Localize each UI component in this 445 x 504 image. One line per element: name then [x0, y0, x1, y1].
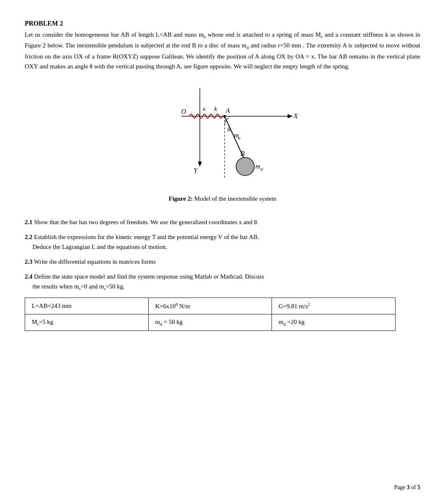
table-cell-md1: md = 50 kg: [148, 314, 272, 331]
problem-text: Let us consider the homogeneous bar AB o…: [25, 30, 420, 72]
table-row-1: L=AB=243 mm K=6x106 N/m G=9.81 m/s2: [25, 298, 396, 314]
q-text-2-4: Define the state space model and find th…: [25, 273, 264, 290]
data-table: L=AB=243 mm K=6x106 N/m G=9.81 m/s2 Ms=5…: [25, 298, 396, 331]
page: PROBLEM 2 Let us consider the homogeneou…: [0, 0, 445, 504]
diagram-svg: Y X O x k A: [136, 84, 309, 191]
questions-section: 2.1 Show that the bar has two degrees of…: [25, 217, 420, 293]
svg-text:O: O: [181, 108, 186, 115]
svg-text:B: B: [241, 150, 245, 157]
table-cell-md2: md =20 kg: [272, 314, 396, 331]
svg-text:d: d: [260, 166, 263, 171]
question-2-2: 2.2 Establish the expressions for the ki…: [25, 232, 420, 252]
figure-caption-text: Model of the inextensible system: [193, 195, 276, 202]
q-num-2-2: 2.2: [25, 234, 33, 240]
svg-marker-1: [198, 162, 202, 166]
q-num-2-4: 2.4: [25, 273, 33, 280]
page-number: 3: [407, 484, 410, 490]
svg-text:A: A: [225, 107, 230, 114]
table-row-2: Ms=5 kg md = 50 kg md =20 kg: [25, 314, 396, 331]
svg-text:x: x: [202, 105, 206, 112]
q-text-2-3: Write the differential equations in matr…: [34, 258, 156, 265]
table-cell-k: K=6x106 N/m: [148, 298, 272, 314]
svg-text:X: X: [293, 113, 298, 120]
svg-text:m: m: [255, 163, 260, 170]
svg-point-16: [236, 157, 254, 176]
page-total: 5: [417, 484, 420, 490]
figure-caption-bold: Figure 2:: [169, 195, 192, 202]
q-num-2-3: 2.3: [25, 258, 33, 265]
page-footer: Page 3 of 5: [394, 484, 420, 491]
question-2-4: 2.4 Define the state space model and fin…: [25, 272, 420, 293]
q-text-2-1: Show that the bar has two degrees of fre…: [34, 219, 259, 225]
problem-title: PROBLEM 2: [25, 20, 420, 27]
figure-diagram: Y X O x k A: [136, 84, 309, 191]
table-cell-g: G=9.81 m/s2: [272, 298, 396, 314]
question-2-3: 2.3 Write the differential equations in …: [25, 257, 420, 267]
question-2-1: 2.1 Show that the bar has two degrees of…: [25, 217, 420, 227]
q-num-2-1: 2.1: [25, 219, 33, 225]
svg-marker-4: [288, 114, 293, 118]
table-cell-ms: Ms=5 kg: [25, 314, 149, 331]
figure-caption: Figure 2: Model of the inextensible syst…: [169, 195, 276, 202]
table-cell-l: L=AB=243 mm: [25, 298, 149, 314]
svg-text:b: b: [238, 136, 241, 141]
figure-container: Y X O x k A: [25, 84, 420, 210]
svg-text:Y: Y: [194, 167, 198, 174]
q-text-2-2: Establish the expressions for the kineti…: [25, 234, 259, 250]
svg-text:k: k: [214, 105, 217, 112]
svg-text:θ: θ: [227, 126, 231, 133]
